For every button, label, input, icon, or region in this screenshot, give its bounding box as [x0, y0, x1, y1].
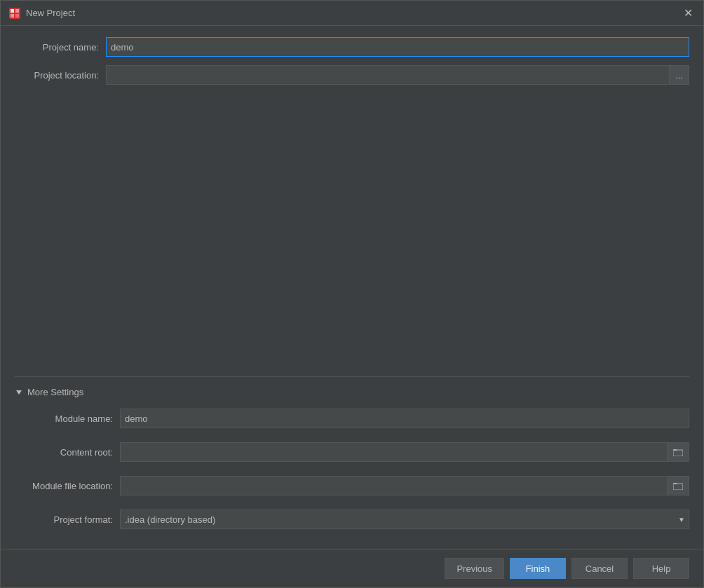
svg-rect-6: [673, 450, 683, 456]
content-root-browse-button[interactable]: [668, 442, 689, 462]
project-location-input[interactable]: [106, 65, 670, 85]
module-file-location-row: Module file location:: [29, 476, 689, 495]
project-name-label: Project name:: [15, 42, 106, 53]
module-file-location-input[interactable]: [120, 476, 668, 495]
module-file-location-field-wrapper: [120, 476, 689, 495]
more-settings-label: More Settings: [27, 387, 83, 397]
module-file-location-label: Module file location:: [29, 481, 120, 491]
svg-rect-4: [15, 14, 19, 18]
content-root-input[interactable]: [120, 442, 668, 462]
title-bar-left: New Project: [9, 8, 75, 19]
bottom-bar: Previous Finish Cancel Help: [1, 549, 703, 587]
project-format-row: Project format: .idea (directory based) …: [29, 510, 689, 529]
project-location-label: Project location:: [15, 70, 106, 81]
content-root-field-wrapper: [120, 442, 689, 462]
svg-marker-5: [16, 390, 22, 395]
title-bar: New Project ✕: [1, 1, 703, 26]
project-format-select-wrapper: .idea (directory based) .ipr (file based…: [120, 510, 689, 529]
app-icon: [9, 8, 20, 19]
content-spacer: [15, 93, 689, 376]
help-button[interactable]: Help: [633, 558, 689, 579]
module-name-row: Module name:: [29, 409, 689, 428]
project-name-input[interactable]: [106, 37, 689, 57]
project-name-row: Project name:: [15, 37, 689, 57]
project-format-label: Project format:: [29, 514, 120, 525]
dialog-content: Project name: Project location: ... Mo: [1, 26, 703, 549]
svg-rect-2: [15, 9, 19, 13]
previous-button[interactable]: Previous: [445, 558, 504, 579]
more-settings-toggle[interactable]: More Settings: [15, 384, 689, 400]
content-root-row: Content root:: [29, 442, 689, 462]
finish-button[interactable]: Finish: [510, 558, 566, 579]
project-format-select[interactable]: .idea (directory based) .ipr (file based…: [120, 510, 689, 529]
svg-rect-3: [11, 14, 14, 18]
more-settings-fields: Module name: Content root:: [15, 409, 689, 538]
project-location-row: Project location: ...: [15, 65, 689, 85]
module-name-label: Module name:: [29, 413, 120, 424]
svg-rect-1: [11, 9, 14, 13]
new-project-dialog: New Project ✕ Project name: Project loca…: [0, 0, 704, 588]
more-settings-section: More Settings Module name: Content root:: [15, 376, 689, 538]
dialog-title: New Project: [26, 8, 75, 18]
svg-rect-7: [673, 484, 683, 490]
cancel-button[interactable]: Cancel: [571, 558, 628, 579]
close-button[interactable]: ✕: [681, 6, 695, 20]
content-root-label: Content root:: [29, 447, 120, 458]
module-file-location-browse-button[interactable]: [668, 476, 689, 495]
module-name-input[interactable]: [120, 409, 689, 428]
chevron-down-icon: [15, 388, 23, 397]
project-location-field-wrapper: ...: [106, 65, 689, 85]
project-location-browse-button[interactable]: ...: [670, 65, 689, 85]
